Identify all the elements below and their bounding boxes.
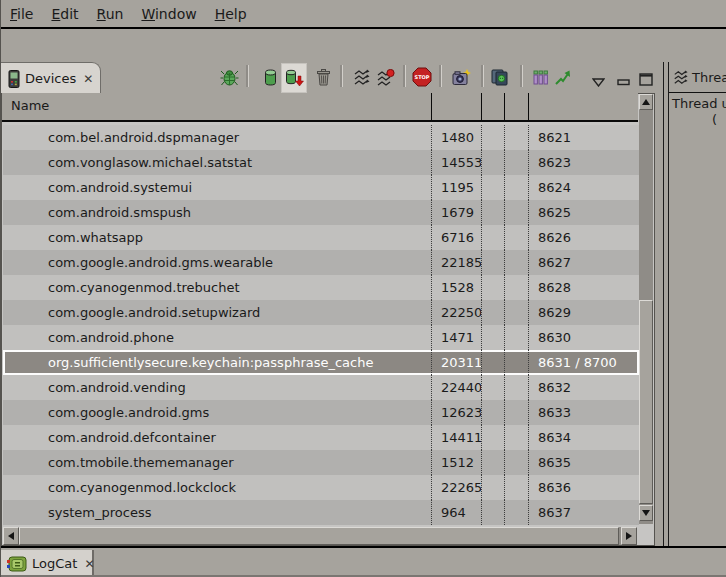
table-row[interactable]: com.google.android.gms.wearable221858627 [3, 250, 639, 275]
cell-pid: 1512 [431, 450, 481, 475]
cell-port: 8631 / 8700 [528, 350, 639, 375]
column-header-name[interactable]: Name [2, 93, 638, 119]
cell-status-2 [504, 250, 528, 275]
close-icon[interactable]: ✕ [83, 72, 93, 86]
menu-file[interactable]: File [10, 6, 33, 22]
table-row[interactable]: com.google.android.gms126238633 [3, 400, 639, 425]
table-row[interactable]: com.android.systemui11958624 [3, 175, 639, 200]
horizontal-scrollbar[interactable] [3, 527, 637, 545]
cell-process-name: com.android.vending [3, 375, 431, 400]
minimize-button[interactable] [611, 69, 635, 95]
table-row[interactable]: com.android.vending224408632 [3, 375, 639, 400]
tab-threads[interactable]: Threads [669, 62, 726, 93]
device-view-button[interactable] [489, 64, 513, 90]
cell-process-name: com.google.android.setupwizard [3, 300, 431, 325]
screen-capture-button[interactable] [449, 64, 473, 90]
scroll-left-button[interactable] [3, 527, 19, 545]
menu-edit[interactable]: Edit [51, 6, 78, 22]
update-heap-icon [264, 69, 277, 86]
cell-process-name: com.tmobile.thememanager [3, 450, 431, 475]
table-row[interactable]: com.bel.android.dspmanager14808621 [3, 125, 639, 150]
table-row[interactable]: com.google.android.setupwizard222508629 [3, 300, 639, 325]
table-row[interactable]: system_process9648637 [3, 500, 639, 525]
horizontal-scroll-thumb[interactable] [19, 527, 619, 545]
systrace-button[interactable] [550, 64, 574, 90]
hierarchy-view-button[interactable] [528, 64, 552, 90]
stop-process-button[interactable]: STOP [410, 64, 434, 90]
cell-pid: 22440 [431, 375, 481, 400]
scroll-down-button[interactable] [639, 505, 653, 521]
column-divider[interactable] [431, 93, 432, 120]
cause-gc-button[interactable] [311, 64, 335, 90]
cell-status-1 [481, 300, 504, 325]
close-icon[interactable]: ✕ [84, 557, 94, 571]
cell-status-2 [504, 500, 528, 525]
cell-port: 8624 [528, 175, 639, 200]
cell-status-2 [504, 450, 528, 475]
cell-process-name: com.android.defcontainer [3, 425, 431, 450]
cell-status-2 [504, 225, 528, 250]
toolbar-separator [481, 65, 484, 87]
table-row[interactable]: com.android.phone14718630 [3, 325, 639, 350]
panel-sash[interactable] [663, 62, 664, 546]
method-profiling-icon [377, 69, 395, 86]
column-divider[interactable] [528, 93, 529, 120]
device-screens-icon [491, 69, 512, 86]
dump-hprof-button[interactable] [281, 63, 307, 93]
menu-run[interactable]: Run [97, 6, 124, 22]
cell-status-2 [504, 200, 528, 225]
scroll-up-button[interactable] [639, 94, 653, 110]
cell-status-1 [481, 425, 504, 450]
table-row[interactable]: com.whatsapp67168626 [3, 225, 639, 250]
threads-panel: Threads Thread up ( [669, 62, 726, 546]
tab-devices[interactable]: Devices ✕ [1, 62, 101, 94]
table-row[interactable]: com.vonglasow.michael.satstat145538623 [3, 150, 639, 175]
debug-process-button[interactable] [217, 64, 241, 90]
tab-logcat[interactable]: LogCat ✕ [1, 550, 94, 577]
cell-status-2 [504, 400, 528, 425]
scroll-right-button[interactable] [621, 527, 637, 545]
table-row[interactable]: com.android.defcontainer144118634 [3, 425, 639, 450]
menu-window[interactable]: Window [141, 6, 196, 22]
down-arrow-icon [642, 510, 650, 516]
cell-pid: 6716 [431, 225, 481, 250]
cell-status-1 [481, 200, 504, 225]
device-table-body: com.bel.android.dspmanager14808621com.vo… [3, 122, 639, 525]
cell-status-1 [481, 225, 504, 250]
cell-port: 8625 [528, 200, 639, 225]
method-profiling-button[interactable] [374, 64, 398, 90]
cell-pid: 1679 [431, 200, 481, 225]
cell-port: 8621 [528, 125, 639, 150]
table-row[interactable]: org.sufficientlysecure.keychain:passphra… [3, 350, 639, 375]
cell-status-1 [481, 175, 504, 200]
table-row[interactable]: com.cyanogenmod.lockclock222658636 [3, 475, 639, 500]
menu-help[interactable]: Help [215, 6, 247, 22]
cell-process-name: org.sufficientlysecure.keychain:passphra… [3, 350, 431, 375]
view-menu-button[interactable] [586, 69, 610, 95]
cell-process-name: com.android.smspush [3, 200, 431, 225]
table-row[interactable]: com.cyanogenmod.trebuchet15288628 [3, 275, 639, 300]
vertical-scroll-thumb[interactable] [639, 300, 653, 504]
vertical-scrollbar[interactable] [639, 94, 653, 524]
cell-port: 8628 [528, 275, 639, 300]
cell-pid: 1528 [431, 275, 481, 300]
maximize-button[interactable] [634, 66, 658, 92]
column-divider[interactable] [504, 93, 505, 120]
logcat-icon [6, 556, 27, 572]
table-row[interactable]: com.android.smspush16798625 [3, 200, 639, 225]
cell-pid: 1195 [431, 175, 481, 200]
toolbar-separator [520, 65, 523, 87]
view-menu-icon [592, 78, 605, 87]
cell-process-name: com.whatsapp [3, 225, 431, 250]
toolbar-separator [340, 65, 343, 87]
cell-status-1 [481, 250, 504, 275]
update-heap-button[interactable] [258, 64, 282, 90]
bottom-tab-bar: LogCat ✕ [1, 546, 726, 577]
update-threads-button[interactable] [349, 64, 373, 90]
right-arrow-icon [626, 532, 632, 540]
table-row[interactable]: com.tmobile.thememanager15128635 [3, 450, 639, 475]
cell-status-2 [504, 375, 528, 400]
logcat-tab-label: LogCat [32, 556, 77, 571]
column-divider[interactable] [481, 93, 482, 120]
menu-bar: File Edit Run Window Help [1, 0, 726, 29]
